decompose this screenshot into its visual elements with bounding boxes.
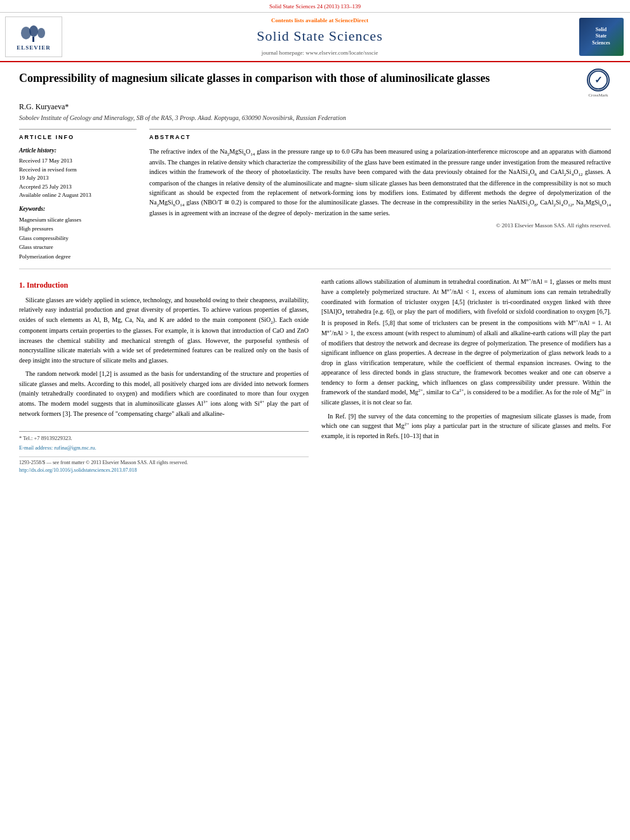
history-label: Article history: (19, 147, 137, 155)
body-para2: The random network model [1,2] is assume… (19, 369, 309, 418)
journal-box-logo: SolidStateSciences (579, 18, 624, 56)
body-divider (19, 269, 611, 269)
journal-logo-right: SolidStateSciences (577, 17, 625, 57)
keywords-label: Keywords: (19, 205, 137, 213)
crossmark-label: CrossMark (588, 93, 608, 99)
elsevier-logo-section: ELSEVIER (5, 17, 62, 57)
history-received: Received 17 May 2013 Received in revised… (19, 157, 137, 200)
body-two-col: 1. Introduction Silicate glasses are wid… (19, 277, 611, 474)
elsevier-text: ELSEVIER (17, 44, 51, 52)
body-para1: Silicate glasses are widely applied in s… (19, 295, 309, 366)
abstract-text: The refractive index of the Na2MgSi6O14 … (149, 147, 611, 218)
section1-title: 1. Introduction (19, 279, 309, 291)
footer-email: E-mail address: rufina@igm.nsc.ru. (19, 444, 309, 452)
author-name: R.G. Kuryaeva* (19, 102, 611, 112)
svg-rect-4 (32, 37, 34, 42)
affiliation: Sobolev Institute of Geology and Mineral… (19, 114, 611, 123)
keyword-4: Glass structure (19, 243, 137, 251)
copyright-line: © 2013 Elsevier Masson SAS. All rights r… (149, 222, 611, 230)
abstract-column: ABSTRACT The refractive index of the Na2… (149, 129, 611, 261)
body-right-para1: earth cations allows stabilization of al… (321, 277, 611, 407)
article-info-abstract-layout: ARTICLE INFO Article history: Received 1… (19, 129, 611, 261)
svg-text:✓: ✓ (594, 74, 603, 84)
body-col-right: earth cations allows stabilization of al… (321, 277, 611, 474)
sciencedirect-brand[interactable]: ScienceDirect (335, 17, 368, 23)
abstract-header: ABSTRACT (149, 133, 611, 142)
article-info-header: ARTICLE INFO (19, 133, 137, 142)
footer-doi[interactable]: http://dx.doi.org/10.1016/j.solidstatesc… (19, 467, 309, 474)
article-title: Compressibility of magnesium silicate gl… (19, 71, 586, 86)
journal-header: ELSEVIER Contents lists available at Sci… (0, 13, 630, 62)
journal-top-bar: Solid State Sciences 24 (2013) 133–139 (0, 0, 630, 13)
svg-point-3 (37, 28, 45, 38)
journal-citation: Solid State Sciences 24 (2013) 133–139 (269, 3, 361, 10)
crossmark-icon: ✓ (587, 69, 610, 91)
keyword-3: Glass compressibility (19, 234, 137, 243)
journal-title: Solid State Sciences (257, 27, 382, 46)
footer-issn: 1293-2558/$ — see front matter © 2013 El… (19, 457, 309, 475)
body-right-para2: In Ref. [9] the survey of the data conce… (321, 411, 611, 441)
article-footer: * Tel.: +7 89139229323. E-mail address: … (19, 431, 309, 452)
svg-point-2 (29, 25, 38, 37)
keywords-list: Magnesium silicate glasses High pressure… (19, 215, 137, 261)
journal-center: Contents lists available at ScienceDirec… (67, 17, 572, 57)
keyword-2: High pressures (19, 224, 137, 233)
sciencedirect-link: Contents lists available at ScienceDirec… (271, 17, 368, 25)
article-content: Compressibility of magnesium silicate gl… (0, 62, 630, 484)
journal-url: journal homepage: www.elsevier.com/locat… (262, 49, 378, 57)
body-col-left: 1. Introduction Silicate glasses are wid… (19, 277, 309, 474)
keyword-5: Polymerization degree (19, 252, 137, 261)
article-title-section: Compressibility of magnesium silicate gl… (19, 71, 611, 97)
crossmark-badge[interactable]: ✓ CrossMark (586, 71, 611, 97)
footer-tel: * Tel.: +7 89139229323. (19, 434, 309, 443)
elsevier-tree-logo (13, 22, 55, 44)
keyword-1: Magnesium silicate glasses (19, 215, 137, 224)
crossmark-svg: ✓ (588, 69, 608, 91)
article-info-column: ARTICLE INFO Article history: Received 1… (19, 129, 137, 261)
